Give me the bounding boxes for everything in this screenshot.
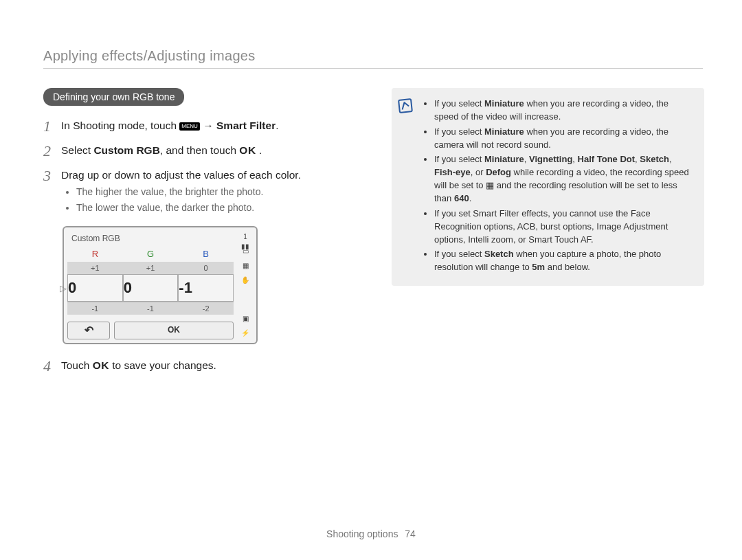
step-text: Drag up or down to adjust the values of … — [61, 168, 366, 216]
note-item: If you select Sketch when you capture a … — [434, 248, 692, 274]
note-bold: Sketch — [640, 154, 669, 164]
step-number: 1 — [43, 118, 61, 135]
step-4: 4 Touch OK to save your changes. — [43, 358, 366, 374]
battery-count: 1 ▮▮ — [240, 232, 251, 242]
camera-ui-main: Custom RGB R G B +1 +1 0 ▷ 0 0 -1 — [67, 231, 234, 339]
note-text: . — [469, 193, 472, 203]
note-text: , — [524, 154, 529, 164]
step-3: 3 Drag up or down to adjust the values o… — [43, 168, 366, 216]
header-r: R — [67, 247, 123, 262]
note-item: If you set Smart Filter effects, you can… — [434, 208, 692, 247]
right-column: If you select Miniature when you are rec… — [392, 88, 704, 286]
val-cell: +1 — [123, 262, 179, 274]
val-cell-big[interactable]: -1 — [178, 274, 234, 302]
note-bold: 640 — [454, 193, 469, 203]
note-bold: Half Tone Dot — [578, 154, 636, 164]
ok-icon: OK — [93, 359, 109, 371]
step-bold: Smart Filter — [216, 120, 276, 131]
note-item: If you select Miniature when you are rec… — [434, 98, 692, 124]
note-bold: Fish-eye — [434, 167, 471, 177]
footer-section: Shooting options — [326, 528, 398, 539]
note-item: If you select Miniature, Vignetting, Hal… — [434, 153, 692, 205]
step-prefix: In Shooting mode, touch — [61, 120, 179, 131]
sub-bullet: The higher the value, the brighter the p… — [76, 185, 366, 199]
flash-icon: ⚡ — [240, 328, 251, 338]
note-bold: Vignetting — [529, 154, 572, 164]
header-b: B — [178, 247, 234, 262]
back-button[interactable]: ↶ — [67, 322, 110, 339]
note-text: If you select — [434, 154, 484, 164]
page-footer: Shooting options 74 — [0, 528, 742, 539]
step-prefix: Select — [61, 144, 93, 156]
rgb-row-above: +1 +1 0 — [67, 262, 234, 274]
ok-icon: OK — [239, 144, 256, 156]
camera-ui-title: Custom RGB — [67, 231, 234, 247]
step-bold: Custom RGB — [93, 144, 159, 156]
note-text: If you select — [434, 126, 484, 137]
ok-button[interactable]: OK — [114, 322, 234, 339]
step-suffix: . — [256, 144, 262, 156]
val-cell: 0 — [178, 262, 234, 274]
step-2: 2 Select Custom RGB, and then touch OK . — [43, 143, 366, 159]
note-item: If you select Miniature when you are rec… — [434, 126, 692, 152]
subheading-pill: Defining your own RGB tone — [43, 88, 184, 106]
note-bold: Defog — [486, 167, 511, 177]
triangle-indicator-icon: ▷ — [60, 283, 67, 293]
page-number: 74 — [405, 528, 416, 539]
val-cell: -1 — [67, 302, 123, 315]
val-cell-big[interactable]: 0 — [123, 274, 179, 302]
ois-icon: ✋ — [240, 276, 251, 285]
note-bold: Miniature — [484, 98, 524, 109]
val-cell: +1 — [67, 262, 123, 274]
step-number: 4 — [43, 358, 61, 374]
camera-side-icons: 1 ▮▮ ▭ ▦ ✋ ▣ ⚡ — [234, 231, 253, 339]
step-text: Touch OK to save your changes. — [61, 358, 366, 374]
page-section-title: Applying effects/Adjusting images — [43, 48, 703, 69]
sub-bullet: The lower the value, the darker the phot… — [76, 201, 366, 214]
step-sub-bullets: The higher the value, the brighter the p… — [65, 185, 366, 215]
note-text: If you select — [434, 249, 484, 259]
step-number: 2 — [43, 143, 61, 159]
rgb-row-selected: ▷ 0 0 -1 — [67, 274, 234, 302]
card-icon: ▭ — [240, 247, 251, 256]
fps-icon: ▦ — [486, 179, 494, 192]
note-text: , or — [471, 167, 486, 177]
note-text: , — [669, 154, 672, 164]
val-cell-big[interactable]: 0 — [67, 274, 123, 302]
note-box: If you select Miniature when you are rec… — [392, 88, 704, 286]
camera-ui-mockup: Custom RGB R G B +1 +1 0 ▷ 0 0 -1 — [63, 226, 258, 344]
steps-list: 1 In Shooting mode, touch MENU → Smart F… — [43, 118, 366, 375]
val-cell: -2 — [178, 302, 234, 315]
step-main-text: Drag up or down to adjust the values of … — [61, 169, 301, 181]
header-g: G — [123, 247, 179, 262]
val-cell: -1 — [123, 302, 179, 315]
step-prefix: Touch — [61, 359, 93, 371]
step-1: 1 In Shooting mode, touch MENU → Smart F… — [43, 118, 366, 135]
step-number: 3 — [43, 168, 61, 216]
note-text: and below. — [545, 262, 590, 272]
step-text: In Shooting mode, touch MENU → Smart Fil… — [61, 118, 366, 135]
note-bold: Sketch — [484, 249, 514, 259]
resolution-icon: 5m — [532, 262, 545, 272]
rgb-header-row: R G B — [67, 247, 234, 262]
image-size-icon: ▦ — [240, 261, 251, 271]
note-text: , — [572, 154, 577, 164]
rgb-row-below: -1 -1 -2 — [67, 302, 234, 315]
step-suffix: to save your changes. — [112, 359, 216, 371]
note-list: If you select Miniature when you are rec… — [422, 98, 692, 276]
arrow-icon: → — [203, 120, 216, 131]
left-column: Defining your own RGB tone 1 In Shooting… — [43, 88, 366, 383]
metering-icon: ▣ — [240, 314, 251, 324]
step-suffix: . — [276, 120, 278, 131]
step-text: Select Custom RGB, and then touch OK . — [61, 143, 366, 159]
camera-button-row: ↶ OK — [67, 322, 234, 339]
note-bold: Miniature — [484, 126, 524, 137]
note-icon — [398, 99, 415, 276]
note-bold: Miniature — [484, 154, 524, 164]
menu-icon: MENU — [179, 122, 200, 131]
note-text: If you select — [434, 98, 484, 109]
step-mid: , and then touch — [160, 144, 239, 156]
